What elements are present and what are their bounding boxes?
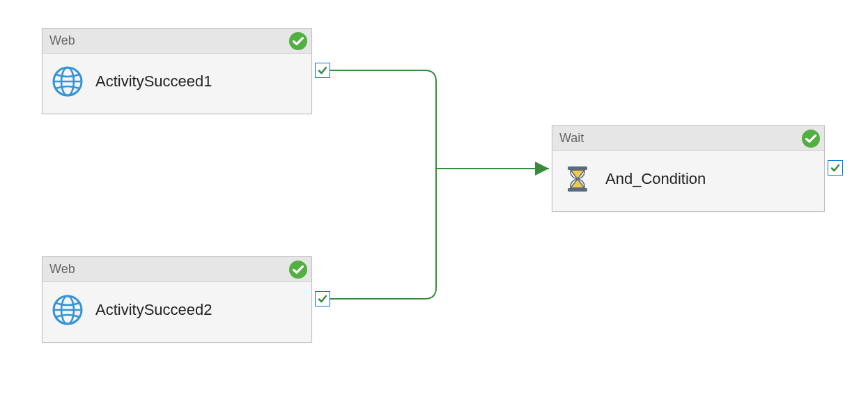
node-title: ActivitySucceed1	[95, 72, 212, 91]
node-header: Web	[42, 29, 311, 54]
output-port-success[interactable]	[315, 63, 330, 78]
node-type-label: Web	[49, 262, 75, 277]
node-title: ActivitySucceed2	[95, 301, 212, 319]
node-header: Wait	[552, 126, 824, 151]
success-status-icon	[289, 32, 307, 50]
node-body: ActivitySucceed2	[42, 282, 311, 338]
node-header: Web	[42, 257, 311, 282]
node-body: And_Condition	[552, 151, 824, 207]
node-type-label: Wait	[559, 131, 584, 146]
hourglass-icon	[562, 164, 593, 194]
activity-node-wait[interactable]: Wait And_Condition	[552, 125, 825, 212]
activity-node-web-1[interactable]: Web ActivitySucceed1	[42, 28, 312, 114]
globe-icon	[52, 66, 83, 97]
success-status-icon	[802, 130, 820, 148]
success-status-icon	[289, 261, 307, 279]
globe-icon	[52, 295, 83, 325]
node-body: ActivitySucceed1	[42, 54, 311, 109]
node-type-label: Web	[49, 33, 75, 48]
activity-node-web-2[interactable]: Web ActivitySucceed2	[42, 256, 312, 343]
output-port-success[interactable]	[828, 160, 843, 176]
node-title: And_Condition	[605, 170, 706, 188]
output-port-success[interactable]	[315, 291, 330, 306]
pipeline-canvas[interactable]: Web ActivitySucceed1 Web	[0, 0, 868, 404]
